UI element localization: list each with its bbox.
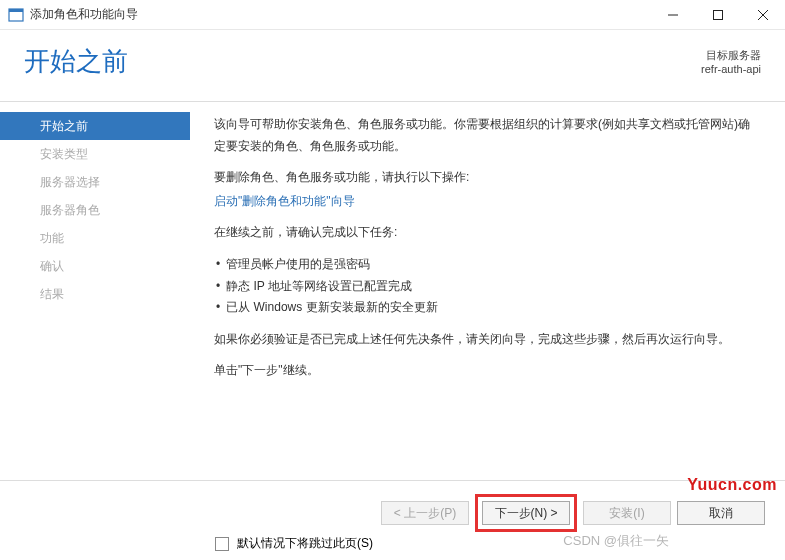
minimize-button[interactable] [650, 0, 695, 30]
step-results: 结果 [0, 280, 190, 308]
target-server-label: 目标服务器 [701, 48, 761, 63]
next-button-highlight: 下一步(N) > [475, 494, 577, 532]
close-button[interactable] [740, 0, 785, 30]
watermark-csdn: CSDN @俱往一矢 [563, 532, 669, 550]
remove-roles-label: 要删除角色、角色服务或功能，请执行以下操作: [214, 167, 761, 189]
previous-button: < 上一步(P) [381, 501, 469, 525]
install-button: 安装(I) [583, 501, 671, 525]
wizard-body: 开始之前 安装类型 服务器选择 服务器角色 功能 确认 结果 该向导可帮助你安装… [0, 102, 785, 474]
task-item: 静态 IP 地址等网络设置已配置完成 [214, 276, 761, 298]
target-server-value: refr-auth-api [701, 63, 761, 75]
wizard-header: 开始之前 目标服务器 refr-auth-api [0, 30, 785, 102]
maximize-button[interactable] [695, 0, 740, 30]
target-server-info: 目标服务器 refr-auth-api [701, 48, 761, 75]
page-heading: 开始之前 [24, 44, 761, 79]
continue-text: 单击"下一步"继续。 [214, 360, 761, 382]
skip-label: 默认情况下将跳过此页(S) [237, 535, 373, 552]
svg-rect-1 [9, 9, 23, 12]
step-before-you-begin[interactable]: 开始之前 [0, 112, 190, 140]
step-server-roles: 服务器角色 [0, 196, 190, 224]
app-icon [8, 7, 24, 23]
window-title: 添加角色和功能向导 [30, 6, 650, 23]
skip-page-option[interactable]: 默认情况下将跳过此页(S) [215, 535, 373, 552]
window-controls [650, 0, 785, 30]
intro-text: 该向导可帮助你安装角色、角色服务或功能。你需要根据组织的计算要求(例如共享文档或… [214, 114, 761, 157]
step-features: 功能 [0, 224, 190, 252]
watermark-site: Yuucn.com [687, 476, 777, 494]
remove-roles-link[interactable]: 启动"删除角色和功能"向导 [214, 191, 355, 213]
step-confirm: 确认 [0, 252, 190, 280]
step-install-type: 安装类型 [0, 140, 190, 168]
svg-rect-3 [713, 10, 722, 19]
wizard-steps-sidebar: 开始之前 安装类型 服务器选择 服务器角色 功能 确认 结果 [0, 102, 190, 474]
skip-checkbox[interactable] [215, 537, 229, 551]
task-item: 管理员帐户使用的是强密码 [214, 254, 761, 276]
title-bar: 添加角色和功能向导 [0, 0, 785, 30]
next-button[interactable]: 下一步(N) > [482, 501, 570, 525]
tasks-label: 在继续之前，请确认完成以下任务: [214, 222, 761, 244]
verify-text: 如果你必须验证是否已完成上述任何先决条件，请关闭向导，完成这些步骤，然后再次运行… [214, 329, 761, 351]
tasks-list: 管理员帐户使用的是强密码 静态 IP 地址等网络设置已配置完成 已从 Windo… [214, 254, 761, 319]
task-item: 已从 Windows 更新安装最新的安全更新 [214, 297, 761, 319]
wizard-content: 该向导可帮助你安装角色、角色服务或功能。你需要根据组织的计算要求(例如共享文档或… [190, 102, 785, 474]
step-server-selection: 服务器选择 [0, 168, 190, 196]
cancel-button[interactable]: 取消 [677, 501, 765, 525]
